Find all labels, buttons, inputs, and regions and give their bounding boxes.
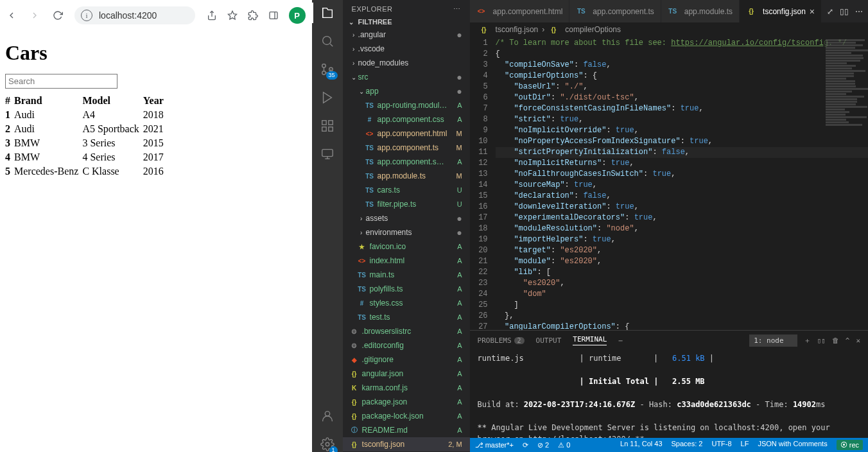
debug-activity-icon[interactable]: [320, 90, 335, 105]
close-panel-icon[interactable]: ✕: [856, 336, 860, 345]
folder-item[interactable]: ›node_modules: [343, 56, 470, 70]
file-item[interactable]: ⚙.browserslistrcA: [343, 324, 470, 338]
folder-item[interactable]: ⌄app●: [343, 84, 470, 98]
file-item[interactable]: TSapp.module.tsM: [343, 169, 470, 183]
table-header: Model: [82, 94, 143, 108]
sync-status[interactable]: ⟳: [523, 441, 528, 449]
editor-tab[interactable]: <>app.component.html: [470, 0, 570, 22]
extensions-icon[interactable]: [248, 10, 258, 21]
file-item[interactable]: TSmain.tsA: [343, 268, 470, 282]
search-input[interactable]: [5, 74, 117, 89]
editor-tab[interactable]: TSapp.module.ts: [661, 0, 740, 22]
code-editor[interactable]: 1234567891011121314151617181920212223242…: [470, 37, 868, 330]
scm-badge: 35: [326, 71, 338, 80]
warnings-status[interactable]: ⚠ 0: [558, 441, 570, 449]
terminal-panel: PROBLEMS2 OUTPUT TERMINAL ⋯ 1: node ＋ ▯▯…: [470, 330, 868, 452]
sidepanel-icon[interactable]: [268, 10, 279, 21]
search-activity-icon[interactable]: [320, 33, 335, 49]
more-panel-icon[interactable]: ⋯: [618, 336, 623, 345]
eol-status[interactable]: LF: [741, 440, 749, 450]
file-icon: TS: [365, 157, 375, 167]
profile-avatar[interactable]: P: [289, 7, 306, 24]
output-tab[interactable]: OUTPUT: [536, 336, 562, 345]
file-item[interactable]: ◆.gitignoreA: [343, 352, 470, 367]
vscode-window: 35 1 EXPLORER⋯ ⌄FILTHREE ›.angular●›.vsc…: [312, 0, 868, 452]
project-root[interactable]: ⌄FILTHREE: [343, 16, 470, 28]
forward-icon[interactable]: [30, 10, 40, 21]
file-item[interactable]: {}package.jsonA: [343, 395, 470, 409]
file-item[interactable]: <>index.htmlA: [343, 254, 470, 268]
more-actions-icon[interactable]: ⋯: [855, 7, 863, 16]
file-icon: TS: [365, 199, 375, 209]
minimap[interactable]: [823, 37, 868, 146]
terminal-body[interactable]: runtime.js | runtime | 6.51 kB | | Initi…: [470, 350, 868, 452]
browser-window: i localhost:4200 P Cars #BrandModelYear …: [0, 0, 312, 452]
file-item[interactable]: TSfilter.pipe.tsU: [343, 197, 470, 211]
encoding-status[interactable]: UTF-8: [711, 440, 731, 450]
folder-item[interactable]: ›assets●: [343, 211, 470, 225]
back-icon[interactable]: [6, 10, 17, 21]
file-item[interactable]: ★favicon.icoA: [343, 239, 470, 254]
file-item[interactable]: {}angular.jsonA: [343, 367, 470, 381]
folder-item[interactable]: ›environments●: [343, 225, 470, 239]
file-item[interactable]: Kkarma.conf.jsA: [343, 381, 470, 395]
settings-activity-icon[interactable]: 1: [320, 437, 335, 452]
split-terminal-icon[interactable]: ▯▯: [817, 336, 826, 345]
file-item[interactable]: TSpolyfills.tsA: [343, 282, 470, 296]
folder-item[interactable]: ›.angular●: [343, 28, 470, 42]
file-item[interactable]: <>app.component.htmlM: [343, 126, 470, 141]
indent-status[interactable]: Spaces: 2: [672, 440, 703, 450]
file-item[interactable]: TSapp.component.tsM: [343, 141, 470, 155]
svg-marker-1: [228, 11, 236, 19]
cars-table: #BrandModelYear 1AudiA420182AudiA5 Sport…: [5, 94, 168, 178]
account-activity-icon[interactable]: [320, 408, 335, 424]
compare-icon[interactable]: ⤢: [827, 7, 833, 16]
file-icon: <>: [476, 6, 487, 17]
folder-item[interactable]: ›.vscode: [343, 42, 470, 56]
reload-icon[interactable]: [53, 10, 63, 21]
file-item[interactable]: #styles.cssA: [343, 296, 470, 310]
star-icon[interactable]: [227, 10, 238, 21]
file-item[interactable]: TSapp-routing.module.tsA: [343, 98, 470, 112]
site-info-icon[interactable]: i: [81, 10, 92, 21]
errors-status[interactable]: ⊘ 2: [537, 441, 549, 449]
share-icon[interactable]: [207, 10, 217, 21]
cursor-pos[interactable]: Ln 11, Col 43: [620, 440, 662, 450]
file-item[interactable]: TSapp.component.spec.tsA: [343, 155, 470, 169]
explorer-sidebar: EXPLORER⋯ ⌄FILTHREE ›.angular●›.vscode›n…: [343, 0, 470, 452]
file-item[interactable]: TStest.tsA: [343, 310, 470, 324]
problems-tab[interactable]: PROBLEMS2: [478, 336, 525, 345]
table-row: 4BMW4 Series2017: [5, 150, 168, 164]
file-item[interactable]: TScars.tsU: [343, 183, 470, 197]
explorer-title: EXPLORER⋯: [343, 0, 470, 16]
editor-tab[interactable]: TSapp.component.ts: [569, 0, 661, 22]
close-tab-icon[interactable]: ×: [810, 6, 815, 17]
new-terminal-icon[interactable]: ＋: [804, 336, 811, 345]
editor-tab[interactable]: {}tsconfig.json×: [740, 0, 822, 22]
explorer-activity-icon[interactable]: [320, 5, 335, 21]
file-item[interactable]: ⚙.editorconfigA: [343, 338, 470, 352]
branch-status[interactable]: ⎇ master*+: [475, 441, 514, 449]
file-icon: <>: [357, 256, 367, 266]
file-item[interactable]: #app.component.cssA: [343, 112, 470, 126]
extensions-activity-icon[interactable]: [320, 118, 335, 134]
more-icon[interactable]: ⋯: [453, 5, 461, 13]
folder-item[interactable]: ⌄src●: [343, 70, 470, 84]
live-status[interactable]: ⦿ rec: [837, 440, 863, 450]
maximize-panel-icon[interactable]: ^: [846, 336, 850, 345]
trash-icon[interactable]: 🗑: [832, 336, 839, 345]
remote-activity-icon[interactable]: [320, 146, 335, 162]
scm-activity-icon[interactable]: 35: [320, 62, 335, 77]
lang-status[interactable]: JSON with Comments: [758, 440, 827, 450]
json-icon: {}: [479, 24, 489, 35]
terminal-tab[interactable]: TERMINAL: [573, 335, 607, 345]
breadcrumb[interactable]: {} tsconfig.json › {} compilerOptions: [470, 22, 868, 37]
svg-point-17: [325, 412, 329, 416]
address-bar[interactable]: i localhost:4200: [74, 6, 195, 24]
file-item[interactable]: {}tsconfig.json2, M: [343, 437, 470, 451]
file-icon: #: [365, 114, 375, 125]
file-item[interactable]: {}package-lock.jsonA: [343, 409, 470, 423]
terminal-select[interactable]: 1: node: [749, 335, 797, 347]
split-editor-icon[interactable]: ▯▯: [840, 7, 849, 16]
file-item[interactable]: ⓘREADME.mdA: [343, 423, 470, 437]
